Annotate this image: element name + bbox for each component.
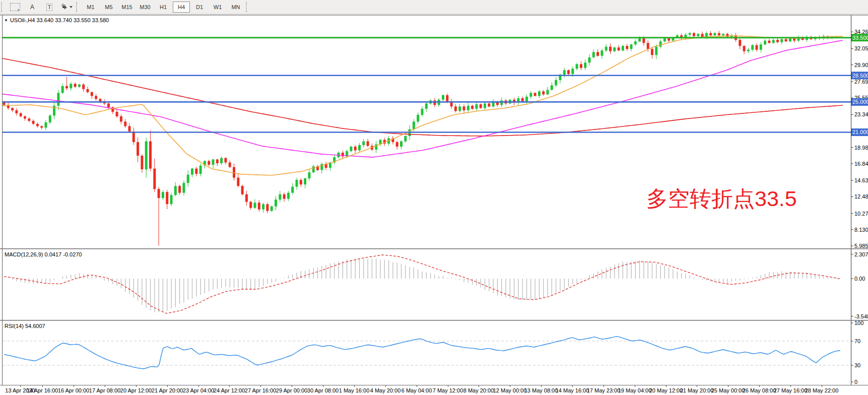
macd-chart[interactable]: 2.30720.00-3.5484: [0, 249, 868, 320]
time-label: 28 May 22:00: [805, 387, 839, 393]
svg-text:23.340: 23.340: [854, 111, 868, 117]
cursor-grid-tool-button[interactable]: F: [7, 1, 23, 13]
time-label: 17 May 23:00: [587, 387, 621, 393]
rsi-label: RSI(14) 54.6007: [5, 323, 45, 329]
time-tick: [510, 385, 510, 387]
mt4-window: { "window": {"width": 1723, "height": 78…: [0, 0, 868, 395]
time-tick: [167, 385, 168, 387]
time-label: 16 Apr 00:00: [58, 387, 89, 393]
time-label: 25 May 00:00: [711, 387, 745, 393]
main-chart-panel[interactable]: 34.26032.05029.90527.69525.55023.34018.9…: [0, 15, 868, 249]
arrows-icon: [60, 3, 68, 11]
timeframe-m5[interactable]: M5: [100, 2, 117, 13]
time-label: 6 May 04:00: [402, 387, 432, 393]
time-tick: [229, 385, 230, 387]
svg-text:18.985: 18.985: [854, 145, 868, 151]
time-label: 17 Apr 08:00: [89, 387, 120, 393]
time-label: 26 May 08:00: [743, 387, 776, 393]
svg-text:2.3072: 2.3072: [854, 251, 868, 257]
time-tick: [260, 385, 261, 387]
time-tick: [74, 385, 74, 387]
svg-text:32.050: 32.050: [854, 45, 868, 51]
text-tool-button[interactable]: A: [24, 1, 40, 13]
chart-title: ▼USOil-,H4 33.640 33.740 33.550 33.580: [4, 17, 109, 23]
time-label: 21 Apr 20:00: [152, 387, 183, 393]
toolbar-separator: [76, 2, 81, 12]
time-tick: [323, 385, 323, 387]
svg-text:70: 70: [854, 338, 860, 344]
rsi-panel[interactable]: 10070300 RSI(14) 54.6007: [0, 320, 868, 385]
timeframe-h1[interactable]: H1: [155, 2, 172, 13]
toolbar-drag-handle[interactable]: [1, 2, 6, 12]
time-label: 20 Apr 12:00: [120, 387, 152, 393]
time-tick: [728, 385, 728, 387]
time-tick: [541, 385, 542, 387]
symbol-dropdown-icon[interactable]: ▼: [4, 18, 8, 23]
svg-text:10.275: 10.275: [854, 211, 868, 217]
svg-text:0.00: 0.00: [854, 276, 865, 282]
time-label: 23 Apr 04:00: [183, 387, 214, 393]
timeframe-w1[interactable]: W1: [209, 2, 226, 13]
svg-text:5.985: 5.985: [854, 243, 868, 249]
time-label: 19 May 04:00: [618, 387, 652, 393]
svg-text:28.500: 28.500: [852, 73, 868, 79]
time-label: 12 May 00:00: [493, 387, 527, 393]
grid-icon-f-label: F: [18, 9, 20, 13]
time-label: 30 Apr 08:00: [307, 387, 339, 393]
arrow-tools-button[interactable]: [58, 1, 75, 13]
annotation-text: 多空转折点33.5: [646, 187, 797, 211]
svg-text:30: 30: [854, 362, 860, 368]
time-tick: [759, 385, 760, 387]
time-label: 21 May 20:00: [680, 387, 714, 393]
macd-panel[interactable]: 2.30720.00-3.5484 MACD(12,26,9) 0.0417 -…: [0, 249, 868, 320]
time-tick: [385, 385, 386, 387]
time-label: 27 May 16:00: [774, 387, 808, 393]
time-label: 24 Apr 12:00: [214, 387, 245, 393]
time-label: 14 May 16:00: [556, 387, 589, 393]
toolbar: F A T M1M5M15M30H1H4D1W1MN: [0, 0, 868, 15]
timeframe-d1[interactable]: D1: [191, 2, 208, 13]
svg-text:100: 100: [854, 320, 863, 326]
time-label: 4 May 20:00: [370, 387, 401, 393]
time-tick: [448, 385, 448, 387]
time-tick: [635, 385, 635, 387]
time-tick: [479, 385, 479, 387]
time-tick: [790, 385, 791, 387]
svg-text:-3.5484: -3.5484: [854, 313, 868, 319]
toolbar-separator-2: [246, 2, 250, 12]
time-label: 29 Apr 00:00: [276, 387, 307, 393]
time-tick: [417, 385, 417, 387]
timeframe-m15[interactable]: M15: [118, 2, 136, 13]
time-label: 27 Apr 16:00: [245, 387, 276, 393]
time-tick: [697, 385, 697, 387]
timeframe-mn[interactable]: MN: [227, 2, 244, 13]
time-tick: [42, 385, 43, 387]
time-label: 1 May 16:00: [339, 387, 370, 393]
timeframe-m30[interactable]: M30: [137, 2, 154, 13]
timeframe-h4[interactable]: H4: [173, 2, 190, 13]
time-tick: [822, 385, 822, 387]
time-tick: [292, 385, 292, 387]
text-label-icon: T: [46, 4, 53, 11]
svg-text:12.485: 12.485: [854, 193, 868, 200]
time-tick: [136, 385, 137, 387]
svg-text:27.695: 27.695: [854, 79, 868, 85]
time-tick: [354, 385, 355, 387]
text-a-icon: A: [30, 4, 34, 11]
text-label-tool-button[interactable]: T: [41, 1, 57, 13]
time-tick: [20, 385, 21, 387]
svg-text:0: 0: [854, 379, 857, 385]
macd-label: MACD(12,26,9) 0.0417 -0.0270: [5, 251, 82, 257]
time-label: 20 May 12:00: [649, 387, 683, 393]
time-label: 7 May 12:00: [433, 387, 463, 393]
timeframe-bar: M1M5M15M30H1H4D1W1MN: [82, 2, 245, 13]
time-label: 13 May 08:00: [524, 387, 558, 393]
time-tick: [572, 385, 573, 387]
time-label: 8 May 20:00: [463, 387, 494, 393]
time-axis[interactable]: 13 Apr 202014 Apr 16:0016 Apr 00:0017 Ap…: [0, 385, 868, 395]
candlestick-chart[interactable]: 34.26032.05029.90527.69525.55023.34018.9…: [0, 15, 868, 249]
time-tick: [198, 385, 199, 387]
time-tick: [105, 385, 105, 387]
timeframe-m1[interactable]: M1: [82, 2, 99, 13]
rsi-chart[interactable]: 10070300: [0, 320, 868, 385]
